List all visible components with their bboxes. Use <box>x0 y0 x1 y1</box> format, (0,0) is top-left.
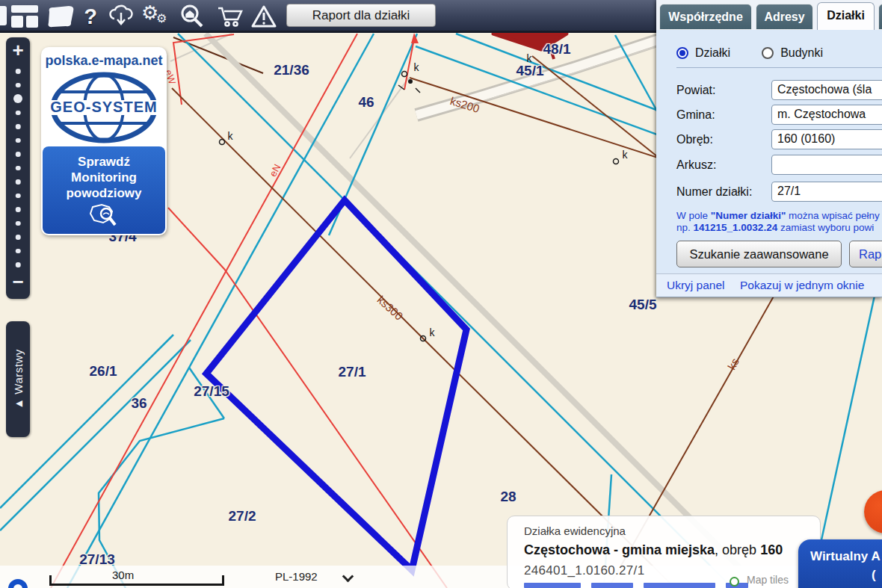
report-parcel-button[interactable]: Raport dla działki <box>286 4 436 27</box>
scale-distance: 30m <box>112 569 134 581</box>
map-label: 26/1 <box>90 363 117 380</box>
map-label: k <box>430 327 435 338</box>
warning-icon[interactable] <box>249 3 279 30</box>
map-label: 21/36 <box>274 62 309 78</box>
obreb-label: Obręb: <box>676 133 713 146</box>
poland-magnifier-icon <box>87 202 121 229</box>
e-mapa-app: 21/364648/145/145/526/13627/1527/127/227… <box>0 0 882 588</box>
single-window-link[interactable]: Pokazuj w jednym oknie <box>740 279 864 292</box>
panel-body: Działki Budynki Powiat: Częstochowa (śla… <box>656 30 882 273</box>
map-label: 46 <box>358 94 374 111</box>
tab-adresy[interactable]: Adresy <box>756 4 813 30</box>
zoom-control: + − <box>6 37 30 299</box>
zoom-level-dot[interactable] <box>16 194 21 199</box>
layout-icon[interactable] <box>10 3 40 30</box>
map-label: k <box>623 149 628 161</box>
map-label: 45/1 <box>516 63 544 79</box>
download-cloud-icon[interactable] <box>106 3 136 30</box>
map-label: 48/1 <box>543 41 571 58</box>
hide-panel-link[interactable]: Ukryj panel <box>667 279 725 292</box>
zoom-level-dot[interactable] <box>16 207 21 212</box>
zoom-level-dot[interactable] <box>16 83 21 88</box>
map-label: 27/2 <box>229 508 256 524</box>
divider <box>676 67 882 68</box>
info-title: Działka ewidencyjna <box>524 524 820 537</box>
radio-dzialki-label: Działki <box>695 46 730 60</box>
search-panel: Współrzędne Adresy Działki Działki Budyn… <box>656 0 882 297</box>
zoom-level-dot[interactable] <box>16 69 21 74</box>
tab-wspolrzedne[interactable]: Współrzędne <box>659 4 752 30</box>
zoom-level-dot[interactable] <box>16 221 21 226</box>
zoom-level-dot[interactable] <box>16 124 21 129</box>
map-label: k <box>228 130 233 142</box>
zoom-level-dot[interactable] <box>16 249 21 254</box>
layers-tab[interactable]: ▲ Warstwy <box>6 321 30 437</box>
map-label: 27/15 <box>194 383 229 400</box>
advanced-search-button[interactable]: Szukanie zaawansowane <box>676 241 842 267</box>
cart-icon[interactable] <box>215 3 245 30</box>
tab-dzialki[interactable]: Działki <box>817 2 875 31</box>
area-select-icon[interactable] <box>45 3 75 30</box>
clipped-link-fragments <box>524 583 748 588</box>
info-municipality: Częstochowa - gmina miejska, obręb 160 <box>524 542 820 558</box>
crs-selector[interactable]: PL-1992 <box>275 570 318 583</box>
panel-footer: Ukryj panel Pokazuj w jednym oknie <box>656 273 882 297</box>
attribution-logo-icon <box>730 577 739 587</box>
clipped-toolbar-icon[interactable] <box>0 6 7 25</box>
svg-text:GEO-SYSTEM: GEO-SYSTEM <box>50 99 157 115</box>
zoom-level-dot[interactable] <box>16 111 21 116</box>
geo-system-logo: GEO-SYSTEM <box>48 72 160 143</box>
help-icon[interactable]: ? <box>75 3 105 30</box>
search-address-icon[interactable] <box>177 3 207 30</box>
attribution-text: Map tiles <box>747 574 789 586</box>
arkusz-select[interactable] <box>771 155 882 175</box>
hint-line-1: W pole "Numer działki" można wpisać pełn… <box>676 210 882 222</box>
settings-gears-icon[interactable]: ⚙⚙ <box>141 3 170 30</box>
zoom-out-button[interactable]: − <box>6 270 30 294</box>
zoom-in-button[interactable]: + <box>6 39 30 62</box>
zoom-level-dot[interactable] <box>16 262 21 267</box>
gmina-select[interactable]: m. Częstochowa <box>771 105 882 125</box>
powiat-select[interactable]: Częstochowa (śla <box>771 80 882 100</box>
tab-clipped[interactable] <box>878 4 882 30</box>
radio-dzialki[interactable] <box>676 47 688 59</box>
zoom-level-dot[interactable] <box>16 152 21 157</box>
site-name: polska.e-mapa.net <box>41 53 167 69</box>
zoom-level-dot[interactable] <box>16 235 21 240</box>
zoom-level-current-dot[interactable] <box>13 94 22 103</box>
virtual-assistant-button[interactable]: Wirtualny A ( <box>798 539 882 588</box>
map-label: 45/5 <box>629 297 657 313</box>
zoom-level-dot[interactable] <box>16 179 21 185</box>
map-label: 36 <box>131 395 147 412</box>
gmina-label: Gmina: <box>676 108 715 122</box>
obreb-select[interactable]: 160 (0160) <box>771 129 882 149</box>
zoom-level-dot[interactable] <box>16 166 21 171</box>
map-label: 28 <box>500 489 516 505</box>
map-label: k <box>527 52 532 64</box>
scale-bar <box>49 584 224 586</box>
report-button-clipped[interactable]: Rapo <box>849 241 882 267</box>
panel-tabs: Współrzędne Adresy Działki <box>656 0 882 30</box>
powiat-label: Powiat: <box>676 84 715 97</box>
hint-line-2: np. 141215_1.0032.24 zamiast wyboru powi <box>676 222 882 234</box>
numer-dzialki-input[interactable]: 27/1 <box>771 182 882 202</box>
flood-monitoring-banner[interactable]: Sprawdź Monitoring powodziowy <box>43 146 165 234</box>
radio-budynki-label: Budynki <box>780 46 823 60</box>
arkusz-label: Arkusz: <box>676 158 716 172</box>
map-label: k <box>414 61 419 73</box>
zoom-level-dot[interactable] <box>16 138 21 143</box>
map-label: 27/1 <box>339 364 366 380</box>
brand-card[interactable]: polska.e-mapa.net GEO-SYSTEM Sprawdź Mon… <box>41 47 167 235</box>
radio-budynki[interactable] <box>762 47 774 59</box>
numer-dzialki-label: Numer działki: <box>676 185 752 199</box>
layers-tab-label: ▲ Warstwy <box>12 349 25 409</box>
